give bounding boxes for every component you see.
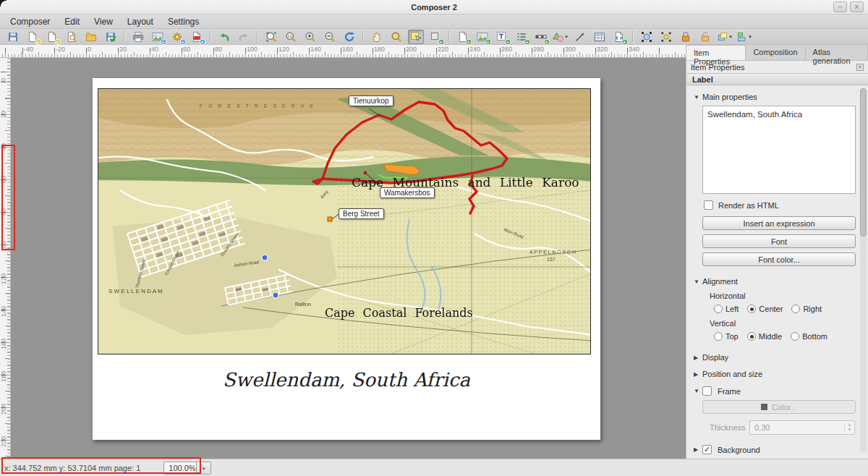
align-items-icon[interactable]: ▾ bbox=[736, 30, 752, 44]
lock-selected-items-icon[interactable] bbox=[678, 30, 694, 44]
save-icon[interactable] bbox=[5, 30, 21, 44]
zoom-actual-size-icon[interactable] bbox=[283, 30, 299, 44]
vertical-radio-middle[interactable]: Middle bbox=[747, 332, 782, 341]
minimize-button[interactable]: – bbox=[833, 1, 847, 12]
add-shape-icon[interactable]: ▾ bbox=[553, 30, 569, 44]
menu-edit[interactable]: Edit bbox=[57, 15, 87, 28]
composition-page[interactable]: F O R E S T R E S E R V E A P P E L B O … bbox=[93, 78, 600, 440]
hruler-tick-label: 240 bbox=[469, 46, 480, 53]
new-composition-icon[interactable]: + bbox=[25, 30, 41, 44]
dropdown-caret-icon[interactable]: ▾ bbox=[729, 34, 732, 40]
move-content-icon[interactable] bbox=[639, 30, 655, 44]
hruler-tick-label: 0 bbox=[88, 46, 91, 53]
radio-icon[interactable] bbox=[714, 332, 723, 341]
composition-manager-icon[interactable] bbox=[64, 30, 80, 44]
horizontal-radio-right[interactable]: Right bbox=[791, 305, 822, 313]
undo-icon[interactable] bbox=[216, 30, 232, 44]
position-size-header[interactable]: ▶ Position and size bbox=[694, 370, 855, 378]
export-as-image-icon[interactable]: + bbox=[150, 30, 166, 44]
edit-nodes-item-icon[interactable] bbox=[658, 30, 674, 44]
panel-scrollbar-thumb[interactable] bbox=[860, 88, 867, 237]
zoom-out-icon[interactable] bbox=[322, 30, 338, 44]
collapse-arrow-icon: ▶ bbox=[694, 354, 702, 361]
export-as-svg-icon[interactable]: + bbox=[169, 30, 185, 44]
close-button[interactable]: × bbox=[850, 1, 864, 12]
frame-header[interactable]: ▼ Frame bbox=[694, 386, 855, 396]
zoom-full-icon[interactable] bbox=[263, 30, 279, 44]
insert-expression-button[interactable]: Insert an expression bbox=[702, 216, 856, 230]
main-properties-header[interactable]: ▼ Main properties bbox=[694, 93, 855, 101]
vertical-radio-top[interactable]: Top bbox=[714, 332, 739, 341]
horizontal-radio-center[interactable]: Center bbox=[747, 305, 783, 313]
thickness-spinbox[interactable]: 0,30 ▲▼ bbox=[749, 420, 855, 435]
label-text-input[interactable]: Swellendam, South Africa bbox=[702, 106, 856, 194]
zoom-dropdown-icon[interactable]: ▾ bbox=[197, 462, 211, 475]
vruler-tick-label: 220 bbox=[0, 436, 9, 447]
vertical-radio-bottom[interactable]: Bottom bbox=[791, 332, 827, 341]
menu-view[interactable]: View bbox=[87, 15, 120, 28]
panel-close-icon[interactable]: ✕ bbox=[856, 64, 864, 71]
duplicate-composition-icon[interactable]: + bbox=[44, 30, 60, 44]
add-image-icon[interactable]: + bbox=[475, 30, 490, 44]
render-html-checkbox[interactable] bbox=[704, 200, 713, 210]
composer-canvas[interactable]: F O R E S T R E S E R V E A P P E L B O … bbox=[11, 58, 686, 459]
panel-scrollbar[interactable] bbox=[860, 88, 867, 453]
display-header[interactable]: ▶ Display bbox=[694, 353, 855, 362]
background-header[interactable]: ▶ ✓ Background bbox=[694, 445, 855, 454]
plus-badge-icon: + bbox=[161, 39, 166, 45]
window-title: Composer 2 bbox=[411, 3, 457, 12]
zoom-value-field[interactable]: 100.0% bbox=[163, 462, 197, 475]
horizontal-radio-left[interactable]: Left bbox=[714, 305, 739, 313]
font-color-button[interactable]: Font color... bbox=[702, 252, 856, 266]
dropdown-caret-icon[interactable]: ▾ bbox=[749, 34, 752, 40]
add-attribute-table-icon[interactable] bbox=[592, 30, 608, 44]
select-move-item-icon[interactable] bbox=[408, 30, 424, 44]
font-button[interactable]: Font bbox=[702, 234, 856, 248]
print-icon[interactable] bbox=[130, 30, 146, 44]
zoom-combobox[interactable]: 100.0% ▾ bbox=[163, 462, 211, 475]
frame-color-button[interactable]: Color... bbox=[702, 400, 856, 414]
add-arrow-icon[interactable] bbox=[572, 30, 588, 44]
map-item[interactable]: F O R E S T R E S E R V E A P P E L B O … bbox=[98, 88, 591, 354]
add-scalebar-icon[interactable]: + bbox=[533, 30, 549, 44]
horizontal-alignment-options: LeftCenterRight bbox=[714, 305, 855, 313]
spinner-arrows-icon[interactable]: ▲▼ bbox=[844, 422, 854, 433]
zoom-in-icon[interactable] bbox=[302, 30, 318, 44]
redo-icon[interactable] bbox=[236, 30, 252, 44]
move-item-content-icon[interactable]: + bbox=[427, 30, 443, 44]
radio-icon[interactable] bbox=[714, 305, 723, 313]
menu-settings[interactable]: Settings bbox=[161, 15, 206, 28]
raise-selected-items-icon[interactable]: ▾ bbox=[717, 30, 733, 44]
menu-composer[interactable]: Composer bbox=[3, 15, 57, 28]
add-html-frame-icon[interactable]: + bbox=[611, 30, 627, 44]
hruler-tick-label: -20 bbox=[56, 46, 65, 53]
dropdown-caret-icon[interactable]: ▾ bbox=[565, 34, 568, 40]
callout-berg-street: Berg Street bbox=[339, 208, 384, 219]
refresh-view-icon[interactable] bbox=[341, 30, 357, 44]
export-as-pdf-icon[interactable]: + bbox=[189, 30, 205, 44]
unlock-all-icon[interactable] bbox=[697, 30, 713, 44]
radio-icon[interactable] bbox=[747, 332, 756, 341]
menu-layout[interactable]: Layout bbox=[120, 15, 161, 28]
radio-icon[interactable] bbox=[747, 305, 756, 313]
background-checkbox[interactable]: ✓ bbox=[702, 445, 712, 454]
load-template-icon[interactable] bbox=[83, 30, 99, 44]
radio-icon[interactable] bbox=[791, 305, 800, 313]
add-new-map-icon[interactable]: + bbox=[455, 30, 471, 44]
frame-checkbox[interactable] bbox=[702, 386, 712, 396]
add-label-icon[interactable]: + bbox=[494, 30, 510, 44]
alignment-header[interactable]: ▼ Alignment bbox=[694, 277, 855, 286]
page-title-label[interactable]: Swellendam, South Africa bbox=[93, 369, 600, 391]
zoom-tool-icon[interactable] bbox=[388, 30, 404, 44]
tab-composition[interactable]: Composition bbox=[746, 45, 805, 60]
plus-badge-icon: + bbox=[485, 39, 491, 45]
callout-tienuurkop: Tienuurkop bbox=[349, 95, 393, 106]
tab-atlas-generation[interactable]: Atlas generation bbox=[806, 45, 868, 60]
add-legend-icon[interactable]: + bbox=[514, 30, 529, 44]
radio-icon[interactable] bbox=[791, 332, 799, 341]
panel-tab-bar: Item PropertiesCompositionAtlas generati… bbox=[686, 45, 868, 61]
pan-icon[interactable] bbox=[369, 30, 385, 44]
save-as-template-icon[interactable] bbox=[103, 30, 119, 44]
tab-item-properties[interactable]: Item Properties bbox=[686, 45, 746, 60]
render-html-row[interactable]: Render as HTML bbox=[704, 200, 855, 210]
